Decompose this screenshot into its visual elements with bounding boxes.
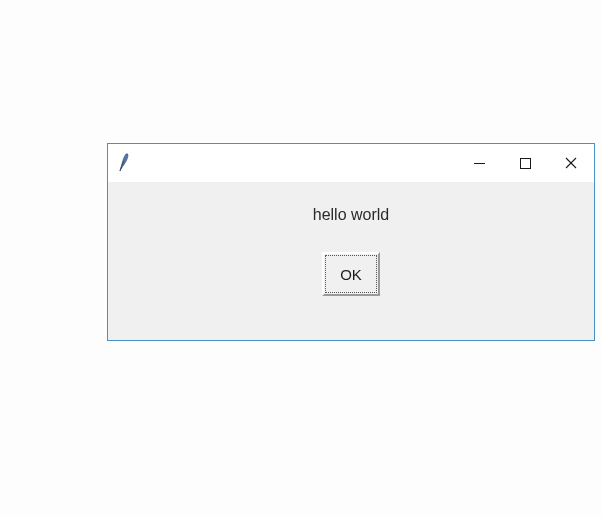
- ok-button-focus-ring: OK: [325, 255, 377, 293]
- close-button[interactable]: [548, 144, 594, 182]
- dialog-window: hello world OK: [107, 143, 595, 341]
- feather-icon: [115, 152, 133, 174]
- maximize-button[interactable]: [502, 144, 548, 182]
- ok-button[interactable]: OK: [322, 252, 380, 296]
- ok-button-label: OK: [340, 266, 362, 283]
- client-area: hello world OK: [108, 182, 594, 340]
- message-label: hello world: [313, 206, 389, 224]
- minimize-button[interactable]: [456, 144, 502, 182]
- svg-rect-1: [520, 158, 530, 168]
- titlebar: [108, 144, 594, 182]
- window-controls: [456, 144, 594, 182]
- titlebar-left: [115, 152, 133, 174]
